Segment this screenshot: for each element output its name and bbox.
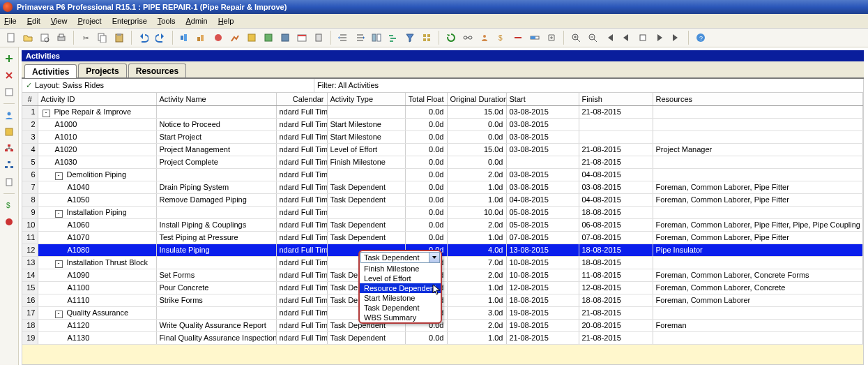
table-row[interactable]: 6-Demolition Pipingndard Full Time0.0d2.… xyxy=(22,169,863,181)
table-row[interactable]: 11A1070Test Piping at Pressurendard Full… xyxy=(22,232,863,244)
cell-calendar[interactable]: ndard Full Time xyxy=(276,119,327,131)
ge-icon[interactable] xyxy=(244,30,259,45)
cell-activity-name[interactable]: Insulate Piping xyxy=(156,244,276,257)
cell-activity-type[interactable]: Start Milestone xyxy=(327,119,405,131)
help-icon[interactable]: ? xyxy=(693,30,708,45)
cell-finish[interactable]: 18-08-2015 xyxy=(579,207,653,219)
recalc-icon[interactable] xyxy=(544,30,559,45)
cell-calendar[interactable]: ndard Full Time xyxy=(276,181,327,194)
dropdown-arrow-icon[interactable] xyxy=(429,253,439,262)
cell-resources[interactable] xyxy=(653,169,863,181)
cell-activity-name[interactable]: Drain Piping System xyxy=(156,181,276,194)
user-icon[interactable] xyxy=(3,109,15,121)
cell-resources[interactable]: Foreman xyxy=(653,320,863,332)
cell-finish[interactable]: 04-08-2015 xyxy=(579,194,653,207)
dropdown-item[interactable]: Task Dependent xyxy=(360,303,441,313)
dropdown-item[interactable]: WBS Summary xyxy=(360,313,441,322)
col-original-duration[interactable]: Original Duration xyxy=(447,93,506,106)
calc-icon[interactable] xyxy=(311,30,326,45)
cell-activity-type[interactable]: Start Milestone xyxy=(327,131,405,144)
table-row[interactable]: 14A1090Set Formsndard Full TimeTask Depe… xyxy=(22,269,863,282)
cell-start[interactable]: 05-08-2015 xyxy=(506,219,579,232)
cell-start[interactable]: 05-08-2015 xyxy=(506,207,579,219)
prev-icon[interactable] xyxy=(618,30,634,45)
print-icon[interactable] xyxy=(54,30,69,45)
table-row[interactable]: 18A1120Write Quality Assurance Reportnda… xyxy=(22,320,863,332)
cell-start[interactable]: 03-08-2015 xyxy=(506,131,579,144)
cell-start[interactable]: 10-08-2015 xyxy=(506,257,579,269)
cell-activity-id[interactable]: -Installation Thrust Block xyxy=(38,257,156,269)
menu-project[interactable]: Project xyxy=(77,17,101,25)
cell-activity-name[interactable] xyxy=(156,307,276,320)
cell-calendar[interactable]: ndard Full Time xyxy=(276,131,327,144)
cell-start[interactable]: 03-08-2015 xyxy=(506,119,579,131)
cell-start[interactable]: 13-08-2015 xyxy=(506,244,579,257)
cell-activity-name[interactable] xyxy=(156,169,276,181)
last-icon[interactable] xyxy=(669,30,684,45)
cell-original-duration[interactable]: 1.0d xyxy=(447,194,506,207)
cell-activity-type[interactable]: Finish Milestone xyxy=(327,156,405,169)
cell-start[interactable]: 04-08-2015 xyxy=(506,194,579,207)
refresh-icon[interactable] xyxy=(443,30,459,45)
outdent-icon[interactable] xyxy=(335,30,351,45)
cell-calendar[interactable]: ndard Full Time xyxy=(276,156,327,169)
cell-resources[interactable] xyxy=(653,307,863,320)
gb-icon[interactable] xyxy=(194,30,209,45)
menu-view[interactable]: View xyxy=(51,17,68,25)
cell-finish[interactable]: 21-08-2015 xyxy=(579,156,653,169)
wbs-icon[interactable] xyxy=(3,142,15,155)
cell-activity-id[interactable]: -Quality Assurance xyxy=(38,307,156,320)
cell-activity-id[interactable]: A1080 xyxy=(38,244,156,257)
copy-icon[interactable] xyxy=(95,30,110,45)
cell-finish[interactable]: 20-08-2015 xyxy=(579,320,653,332)
first-icon[interactable] xyxy=(602,30,617,45)
cell-resources[interactable] xyxy=(653,207,863,219)
issue-icon[interactable] xyxy=(3,216,15,228)
dropdown-item[interactable]: Resource Dependent xyxy=(360,283,441,293)
cell-original-duration[interactable]: 7.0d xyxy=(447,257,506,269)
cell-total-float[interactable]: 0.0d xyxy=(405,131,447,144)
col-rownum[interactable]: # xyxy=(22,93,38,106)
cell-original-duration[interactable]: 15.0d xyxy=(447,144,506,156)
cell-original-duration[interactable]: 1.0d xyxy=(447,181,506,194)
table-row[interactable]: 4A1020Project Managementndard Full TimeL… xyxy=(22,144,863,156)
cell-total-float[interactable]: 0.0d xyxy=(405,144,447,156)
table-row[interactable]: 17-Quality Assurancendard Full Time0.0d3… xyxy=(22,307,863,320)
cell-activity-type[interactable] xyxy=(327,106,405,119)
tab-activities[interactable]: Activities xyxy=(24,64,77,78)
cell-resources[interactable]: Foreman, Common Laborer, Pipe Fitter xyxy=(653,194,863,207)
cell-start[interactable]: 07-08-2015 xyxy=(506,232,579,244)
cell-activity-type[interactable]: Task Dependent xyxy=(327,181,405,194)
menu-file[interactable]: File xyxy=(4,17,17,25)
cell-resources[interactable] xyxy=(653,106,863,119)
layout-icon[interactable] xyxy=(369,30,384,45)
cell-finish[interactable]: 11-08-2015 xyxy=(579,269,653,282)
cell-original-duration[interactable]: 0.0d xyxy=(447,156,506,169)
cell-original-duration[interactable]: 2.0d xyxy=(447,269,506,282)
resources-nav-icon[interactable] xyxy=(477,30,492,45)
gg-icon[interactable] xyxy=(277,30,293,45)
cell-start[interactable]: 19-08-2015 xyxy=(506,320,579,332)
cell-activity-id[interactable]: -Pipe Repair & Improve xyxy=(38,106,156,119)
cell-start[interactable]: 21-08-2015 xyxy=(506,332,579,345)
cell-activity-type[interactable] xyxy=(327,207,405,219)
cell-finish[interactable]: 03-08-2015 xyxy=(579,181,653,194)
layout-display[interactable]: ✓Layout: Swiss Rides xyxy=(22,79,314,92)
cell-start[interactable]: 10-08-2015 xyxy=(506,269,579,282)
cell-start[interactable]: 03-08-2015 xyxy=(506,106,579,119)
cell-start[interactable] xyxy=(506,156,579,169)
cell-resources[interactable]: Foreman, Common Laborer, Pipe Fitter xyxy=(653,181,863,194)
expense-icon[interactable]: $ xyxy=(3,199,15,211)
cell-calendar[interactable]: ndard Full Time xyxy=(276,207,327,219)
cell-total-float[interactable]: 0.0d xyxy=(405,181,447,194)
dropdown-item[interactable]: Finish Milestone xyxy=(360,264,441,274)
dropdown-item[interactable]: Level of Effort xyxy=(360,274,441,283)
cell-activity-id[interactable]: A1100 xyxy=(38,282,156,294)
cell-original-duration[interactable]: 15.0d xyxy=(447,106,506,119)
cell-calendar[interactable]: ndard Full Time xyxy=(276,294,327,307)
cell-activity-name[interactable]: Final Quality Assurance Inspection xyxy=(156,332,276,345)
cell-activity-name[interactable]: Notice to Proceed xyxy=(156,119,276,131)
cell-total-float[interactable]: 0.0d xyxy=(405,106,447,119)
cell-total-float[interactable]: 0.0d xyxy=(405,219,447,232)
paste-icon[interactable] xyxy=(112,30,127,45)
